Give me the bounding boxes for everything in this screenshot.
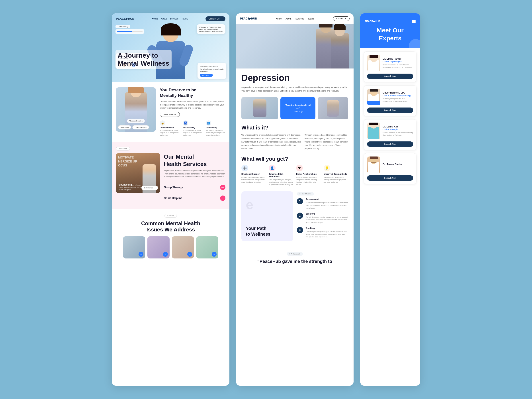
issue-dot-4[interactable]: → [212,252,216,257]
expert-top-1: Dr. Emily Parker Clinical Psychologist C… [367,55,413,71]
nav-teams[interactable]: Teams [182,18,188,20]
service-group-therapy[interactable]: Group Therapy — [164,182,225,193]
expert-desc-2: Youth Psychologist of the Year Excellenc… [383,98,413,103]
expert-top-3: Dr. Laura Kim Clinical Therapist Clinica… [367,123,413,139]
lock-icon: 🔒 [160,120,165,126]
p2-nav-teams[interactable]: Teams [308,18,314,20]
expert-info-1: Dr. Emily Parker Clinical Psychologist C… [383,57,413,69]
hair-l [369,123,378,125]
more-info-btn[interactable]: More Info → [200,74,213,77]
expert-desc-1: Clinical Excellence in Mental Health Dis… [383,64,413,69]
service-arrow-2[interactable]: — [220,196,225,201]
service-name-2: Crisis Helpline [164,197,182,200]
hair-e [369,55,378,58]
services-desc: Explore our diverse services designed to… [164,169,225,178]
consult-btn-1[interactable]: Consult Now [367,74,413,79]
services-list: Our MentalHealth Services Explore our di… [164,153,225,203]
benefits-list: ➕ Emotional Support Receive compassionat… [241,165,348,186]
learn-btn[interactable]: Learn Intensity [132,125,149,129]
consult-btn-3[interactable]: Consult Now [367,141,413,147]
feature-community: 👥 Community We foster a supportive commu… [206,120,225,137]
issue-dot-1[interactable]: → [139,252,143,257]
person-consultation [318,97,348,119]
quote-text: "Even the darkest night will end" [283,104,313,110]
step-content-2: Sessions We will decide on regular couns… [306,213,348,224]
how-it-works: e Your Pathto Wellness # How it Works 1 … [241,191,348,241]
issues-tag: # Issues [165,214,177,218]
expert-name-2: Oliver Bennett, LPC [383,91,413,94]
sitting-person [253,99,266,117]
testimonial-tag: # Testimonials [287,252,303,256]
deserve-content: You Deserve to beMentally Healthy Discov… [160,87,225,136]
issue-1: → [123,236,145,259]
step-num-3: 3 [297,227,303,233]
testimonial-section: # Testimonials "PeaceHub gave me the str… [241,247,348,269]
testimonial-quote: "PeaceHub gave me the strength to [241,258,348,265]
hamburger-line-2 [412,21,416,22]
hair-o [370,89,378,92]
service-name-1: Group Therapy [164,186,183,189]
nav-links-1: Home About Services Teams [152,18,188,20]
thinking-person [241,97,278,119]
group-therapy-bar [115,29,144,34]
services-layout: MOTIVATENERGIZE UPOCUS Counseling One-on… [116,153,225,203]
scrubs-bottom [367,101,380,105]
step-num-2: 2 [297,213,303,219]
issues-title: Common Mental HealthIssues We Address [116,220,225,233]
benefit-coping: 💡 Improved Coping Skills Learn effective… [324,165,348,186]
deserve-title: You Deserve to beMentally Healthy [160,87,225,98]
issue-3: → [172,236,194,259]
panel-1: PEACE▶HUB Home About Services Teams Cont… [112,13,229,386]
panel1-nav: PEACE▶HUB Home About Services Teams Cont… [112,13,229,24]
step-num-1: 1 [297,198,303,204]
expert-name-3: Dr. Laura Kim [383,125,413,128]
book-btn[interactable]: Book Now [118,125,131,129]
p2-nav-home[interactable]: Home [276,18,282,20]
p2-contact-btn[interactable]: Contact Us [333,16,349,21]
service-crisis-helpline[interactable]: Crisis Helpline — [164,193,225,203]
nav-home[interactable]: Home [152,18,158,20]
read-more-btn[interactable]: Read More → [160,112,180,117]
issue-dot-2[interactable]: → [163,252,168,257]
what-is-it-cols: We understand the profound challenges th… [241,133,348,150]
avatar-laura [367,123,380,139]
expert-name-4: Dr. James Carter [383,163,402,165]
service-arrow-1[interactable]: — [220,185,225,190]
step-1: 1 Assessment Our experienced therapist w… [297,198,348,209]
community-icon: 👥 [206,120,211,126]
consult-btn-2[interactable]: Consult Now [367,108,413,113]
deserve-section: Therapy Session Book Now Learn Intensity… [112,82,229,142]
nav-about[interactable]: About [161,18,167,20]
issues-section: # Issues Common Mental HealthIssues We A… [112,209,229,263]
panel-3: PEACE▶HUB Meet OurExperts [360,13,420,386]
avatar-james [367,157,380,173]
services-section: # Services MOTIVATENERGIZE UPOCUS Counse… [112,142,229,209]
plus-icon: ➕ [241,165,248,171]
hamburger-menu[interactable] [412,20,416,23]
hamburger-line-1 [412,20,416,21]
deserve-image: Therapy Session Book Now Learn Intensity [116,87,156,132]
services-title: Our MentalHealth Services [164,153,225,168]
scrubs-3 [368,127,379,139]
expert-top-2: Oliver Bennett, LPC Child & Adolescent P… [367,89,413,105]
issue-dot-3[interactable]: → [187,252,192,257]
what-is-it-title: What is it? [241,125,348,131]
expert-specialty-2: Child & Adolescent Psychology [383,95,413,97]
p2-nav-about[interactable]: About [285,18,291,20]
benefit-relationships: ❤ Better Relationships Improve communica… [296,165,321,186]
logo-2: PEACE▶HUB [240,17,257,20]
step-content-1: Assessment Our experienced therapist wil… [306,198,348,209]
therapy-tag: Therapy Session [127,119,145,123]
deserve-desc: Discover the heart behind our mental hea… [160,100,225,109]
empower-text: Empowering you with our therapists throu… [200,65,224,73]
nav-services[interactable]: Services [170,18,178,20]
depression-desc: Depression is a complex and often overwh… [241,86,348,93]
p3-header-title: Meet OurExperts [365,26,416,43]
deserve-btns: Book Now Learn Intensity [118,125,149,129]
person-icon: 👤 [269,165,276,171]
consult-btn-4[interactable]: Consult Now [367,175,413,181]
get-started-btn[interactable]: Get Started → [141,186,158,190]
steps-container: # How it Works 1 Assessment Our experien… [297,191,348,241]
contact-btn-1[interactable]: Contact Us → [205,16,225,21]
p2-nav-services[interactable]: Services [295,18,304,20]
